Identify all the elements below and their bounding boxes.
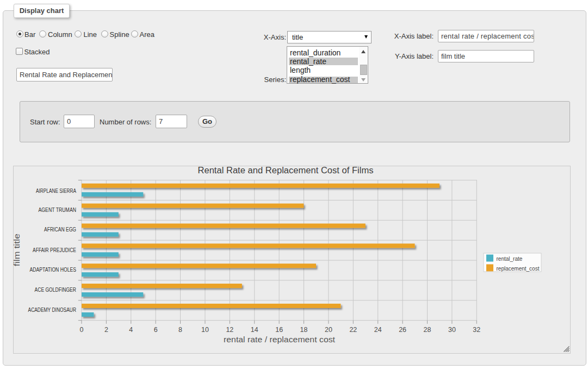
svg-text:24: 24: [374, 326, 382, 334]
svg-text:28: 28: [424, 326, 431, 334]
svg-text:26: 26: [399, 326, 406, 334]
svg-text:film title: film title: [13, 234, 21, 266]
svg-text:20: 20: [325, 326, 332, 334]
svg-text:16: 16: [275, 326, 283, 334]
svg-text:replacement_cost: replacement_cost: [497, 266, 540, 272]
svg-text:8: 8: [178, 326, 182, 334]
svg-text:rental rate / replacement cost: rental rate / replacement cost: [224, 335, 336, 344]
svg-text:Rental Rate and Replacement Co: Rental Rate and Replacement Cost of Film…: [198, 166, 374, 175]
svg-text:AGENT TRUMAN: AGENT TRUMAN: [39, 207, 77, 213]
svg-text:2: 2: [104, 326, 108, 334]
svg-text:6: 6: [154, 326, 158, 334]
svg-text:30: 30: [448, 326, 456, 334]
svg-text:4: 4: [129, 326, 133, 334]
svg-text:rental_rate: rental_rate: [497, 256, 523, 262]
svg-text:14: 14: [251, 326, 258, 334]
svg-text:32: 32: [473, 326, 480, 334]
svg-text:AFFAIR PREJUDICE: AFFAIR PREJUDICE: [33, 247, 76, 253]
svg-text:10: 10: [201, 326, 209, 334]
svg-text:AFRICAN EGG: AFRICAN EGG: [44, 227, 76, 233]
svg-text:0: 0: [80, 326, 84, 334]
svg-text:22: 22: [349, 326, 357, 334]
svg-text:ADAPTATION HOLES: ADAPTATION HOLES: [30, 267, 77, 273]
svg-text:12: 12: [226, 326, 233, 334]
svg-text:AIRPLANE SIERRA: AIRPLANE SIERRA: [36, 188, 76, 194]
svg-text:18: 18: [300, 326, 308, 334]
svg-text:ACE GOLDFINGER: ACE GOLDFINGER: [35, 287, 77, 293]
svg-text:ACADEMY DINOSAUR: ACADEMY DINOSAUR: [28, 307, 77, 313]
